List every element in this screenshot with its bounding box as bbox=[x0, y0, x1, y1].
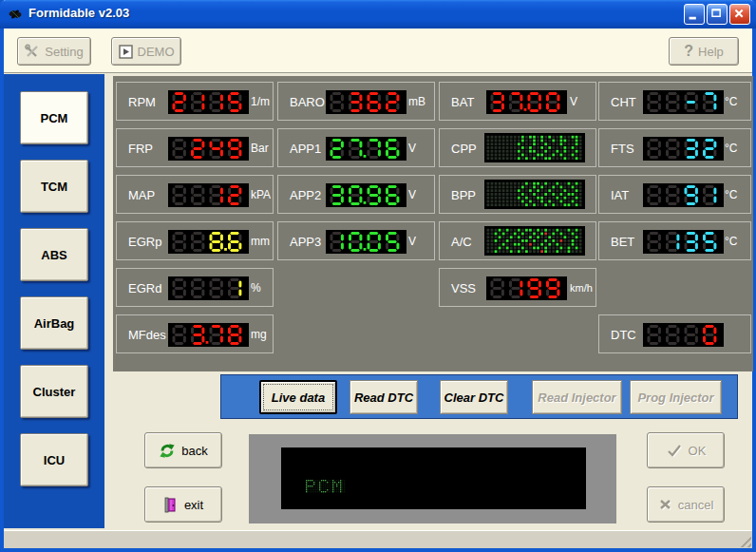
resize-grip[interactable] bbox=[737, 533, 751, 547]
sidebar-item-pcm[interactable]: PCM bbox=[20, 91, 88, 144]
display-panel-egrd: EGRd% bbox=[116, 268, 274, 307]
seven-segment-display bbox=[168, 183, 249, 211]
display-panel-fts: FTS°C bbox=[598, 128, 751, 167]
seven-segment-display bbox=[168, 137, 249, 164]
sidebar-item-label: AirBag bbox=[34, 316, 75, 331]
display-panel-cpp: CPP bbox=[439, 128, 596, 167]
sidebar-item-abs[interactable]: ABS bbox=[20, 228, 88, 281]
x-icon bbox=[658, 498, 672, 511]
display-unit: mg bbox=[251, 328, 267, 341]
setting-button[interactable]: Setting bbox=[17, 37, 91, 66]
display-label: RPM bbox=[128, 94, 156, 108]
seven-segment-display bbox=[168, 90, 249, 118]
display-unit: kPA bbox=[251, 188, 271, 201]
sidebar-item-label: ICU bbox=[44, 453, 65, 467]
ok-button[interactable]: OK bbox=[647, 432, 725, 468]
display-unit: °C bbox=[725, 188, 737, 201]
display-label: FTS bbox=[611, 141, 634, 155]
minimize-button[interactable] bbox=[684, 4, 705, 25]
display-panel-dtc: DTC bbox=[598, 314, 751, 353]
display-panel-rpm: RPM1/m bbox=[116, 82, 274, 121]
close-button[interactable] bbox=[729, 4, 750, 25]
display-unit: V bbox=[408, 142, 416, 155]
display-panel-vss: VSSkm/h bbox=[439, 268, 596, 307]
display-label: APP2 bbox=[290, 187, 321, 201]
exit-button[interactable]: exit bbox=[144, 486, 222, 523]
display-label: A/C bbox=[451, 234, 472, 248]
live-data-button[interactable]: Live data bbox=[259, 380, 337, 414]
display-label: IAT bbox=[611, 187, 629, 201]
seven-segment-display bbox=[168, 276, 249, 304]
read-injector-button[interactable]: Read Injector bbox=[532, 380, 622, 414]
display-panel-ac: A/C bbox=[439, 221, 596, 260]
display-panel-app1: APP1V bbox=[277, 128, 435, 167]
display-panel-app2: APP2V bbox=[277, 175, 435, 214]
seven-segment-display bbox=[326, 183, 406, 211]
sidebar-item-icu[interactable]: ICU bbox=[20, 433, 88, 486]
sidebar-item-tcm[interactable]: TCM bbox=[20, 160, 88, 213]
read-dtc-button[interactable]: Read DTC bbox=[350, 380, 418, 414]
button-label: Read DTC bbox=[354, 390, 413, 405]
seven-segment-display bbox=[486, 276, 567, 304]
sidebar-item-airbag[interactable]: AirBag bbox=[20, 296, 88, 350]
demo-button[interactable]: DEMO bbox=[111, 37, 181, 66]
display-unit: km/h bbox=[570, 282, 593, 294]
seven-segment-display bbox=[643, 323, 724, 351]
seven-segment-display bbox=[643, 137, 724, 164]
prog-injector-button[interactable]: Prog Injector bbox=[630, 380, 722, 414]
sidebar-item-cluster[interactable]: Cluster bbox=[20, 365, 88, 418]
dot-matrix-display bbox=[484, 133, 585, 166]
displays-area: RPM1/mFRPBarMAPkPAEGRpmmEGRd%MFdesmgBARO… bbox=[113, 76, 753, 371]
display-unit: Bar bbox=[251, 142, 269, 155]
display-label: FRP bbox=[128, 141, 153, 155]
seven-segment-display bbox=[643, 90, 724, 118]
display-unit: mB bbox=[408, 95, 425, 108]
help-button[interactable]: ? Help bbox=[669, 37, 739, 66]
back-button[interactable]: back bbox=[144, 432, 222, 468]
display-unit: °C bbox=[725, 95, 737, 108]
check-icon bbox=[666, 444, 683, 457]
button-label: Clear DTC bbox=[444, 390, 504, 405]
exit-door-icon bbox=[163, 497, 179, 513]
display-label: BET bbox=[611, 234, 634, 248]
display-panel-cht: CHT°C bbox=[598, 82, 751, 121]
lcd-screen bbox=[281, 447, 586, 509]
seven-segment-display bbox=[168, 323, 249, 351]
display-panel-baro: BAROmB bbox=[277, 82, 435, 121]
app-icon bbox=[8, 7, 23, 22]
display-unit: °C bbox=[725, 142, 737, 155]
display-panel-map: MAPkPA bbox=[116, 175, 274, 214]
maximize-button[interactable] bbox=[707, 4, 728, 25]
display-unit: % bbox=[251, 281, 261, 295]
display-panel-frp: FRPBar bbox=[116, 128, 274, 167]
display-label: BARO bbox=[290, 94, 325, 108]
dot-matrix-display bbox=[484, 180, 585, 213]
display-unit: mm bbox=[251, 235, 270, 248]
display-unit: V bbox=[408, 188, 416, 201]
tools-icon bbox=[25, 44, 40, 59]
seven-segment-display bbox=[326, 90, 406, 118]
display-label: DTC bbox=[611, 327, 636, 341]
clear-dtc-button[interactable]: Clear DTC bbox=[440, 380, 508, 414]
button-label: Read Injector bbox=[538, 390, 615, 405]
display-panel-mfdes: MFdesmg bbox=[116, 314, 274, 353]
question-icon: ? bbox=[684, 43, 693, 60]
sidebar-item-label: Cluster bbox=[33, 385, 76, 399]
cancel-button[interactable]: cancel bbox=[647, 486, 725, 523]
display-label: VSS bbox=[451, 280, 476, 295]
display-label: APP1 bbox=[290, 141, 321, 155]
display-label: CPP bbox=[451, 141, 477, 155]
display-panel-egrp: EGRpmm bbox=[116, 221, 274, 260]
display-unit: V bbox=[408, 235, 416, 248]
seven-segment-display bbox=[486, 90, 567, 118]
display-panel-iat: IAT°C bbox=[598, 175, 751, 214]
mode-button-strip: Live dataRead DTCClear DTCRead InjectorP… bbox=[220, 374, 738, 419]
play-icon bbox=[119, 45, 133, 59]
refresh-icon bbox=[159, 443, 176, 459]
display-unit: V bbox=[570, 95, 577, 108]
display-label: BAT bbox=[451, 94, 474, 108]
window-title: Formidable v2.03 bbox=[28, 6, 129, 20]
display-panel-bpp: BPP bbox=[439, 175, 596, 214]
seven-segment-display bbox=[326, 230, 406, 257]
sidebar-item-label: TCM bbox=[41, 180, 67, 194]
